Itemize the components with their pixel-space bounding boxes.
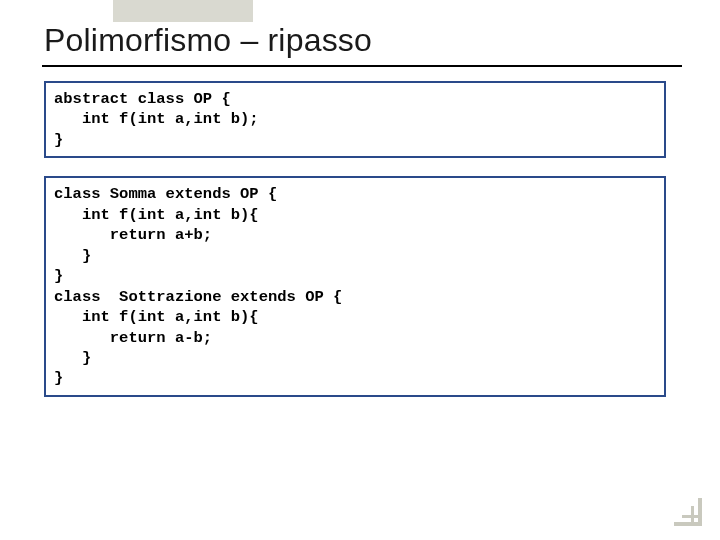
code-block-subclasses: class Somma extends OP { int f(int a,int… [44, 176, 666, 397]
code-block-abstract: abstract class OP { int f(int a,int b); … [44, 81, 666, 158]
corner-decoration [674, 498, 702, 526]
title-underline [42, 65, 682, 67]
slide-container: Polimorfismo – ripasso abstract class OP… [0, 0, 720, 397]
top-accent-bar [113, 0, 253, 22]
code-text: class Somma extends OP { int f(int a,int… [54, 184, 658, 389]
page-title: Polimorfismo – ripasso [44, 22, 676, 59]
code-text: abstract class OP { int f(int a,int b); … [54, 89, 658, 150]
